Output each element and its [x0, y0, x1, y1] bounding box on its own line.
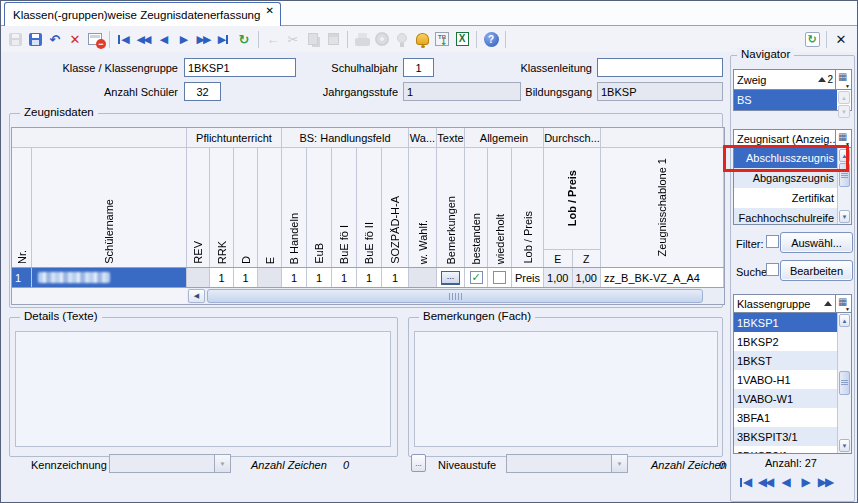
column-header-lob-preis[interactable]: Lob / Preis: [512, 148, 544, 267]
last-record-icon[interactable]: ▶: [214, 29, 234, 49]
klasse-klassengruppe-input[interactable]: [184, 58, 296, 77]
row1-cell-sozpaed-h-a[interactable]: 1: [382, 268, 409, 287]
row1-cell-bue-foe-i[interactable]: 1: [332, 268, 357, 287]
column-header-b-handeln[interactable]: B Handeln: [282, 148, 307, 267]
bestanden-checkbox[interactable]: ✓: [470, 271, 483, 284]
row1-cell-zeugnisschablone-1[interactable]: zz_B_BK-VZ_A_A4: [601, 268, 724, 287]
column-header-d[interactable]: D: [234, 148, 258, 267]
column-header-bestanden[interactable]: bestanden: [465, 148, 488, 267]
save-icon[interactable]: [25, 29, 45, 49]
klassengruppe-list-header[interactable]: Klassengruppe: [734, 295, 851, 313]
zeugnisart-item-zertifikat[interactable]: Zertifikat: [734, 188, 837, 208]
reload-form-icon[interactable]: ↻: [802, 29, 822, 49]
column-header-sozpaed-h-a[interactable]: SOZPÄD-H-A: [382, 148, 409, 267]
vertical-scrollbar-thumb[interactable]: [839, 371, 850, 395]
tab-close-icon[interactable]: [265, 5, 273, 16]
row1-cell-nr[interactable]: 1: [12, 268, 32, 287]
schulhalbjahr-input[interactable]: [403, 58, 434, 77]
bemerkungen-ellipsis-button[interactable]: ...: [441, 271, 460, 285]
column-header-nr[interactable]: Nr.: [12, 148, 32, 267]
help-icon[interactable]: ?: [481, 29, 501, 49]
wiederholt-checkbox[interactable]: [493, 271, 506, 284]
row1-cell-schuelername[interactable]: [32, 268, 187, 287]
tb-export-icon[interactable]: [432, 29, 452, 49]
column-header-eub[interactable]: EuB: [307, 148, 332, 267]
column-header-rev[interactable]: REV: [187, 148, 210, 267]
row1-cell-eub[interactable]: 1: [307, 268, 332, 287]
zweig-list-header[interactable]: Zweig 2: [734, 70, 851, 90]
bemerkungen-fach-textarea[interactable]: [414, 331, 718, 447]
form-remove-icon[interactable]: [85, 29, 105, 49]
row1-cell-rrk[interactable]: 1: [210, 268, 234, 287]
row1-cell-durchschnitt-lob-preis[interactable]: 1,001,00: [544, 268, 601, 287]
klassengruppe-item-1vabo-w1[interactable]: 1VABO-W1: [734, 389, 837, 408]
next-page-icon[interactable]: ▶: [796, 472, 816, 492]
details-textarea[interactable]: [15, 331, 391, 447]
column-header-w-wahlf[interactable]: w. Wahlf.: [409, 148, 437, 267]
previous-record-icon[interactable]: ◀: [154, 29, 174, 49]
column-header-e[interactable]: E: [258, 148, 282, 267]
klassengruppe-item-3bfa1[interactable]: 3BFA1: [734, 408, 837, 427]
undo-icon[interactable]: ↶: [45, 29, 65, 49]
scroll-down-icon[interactable]: [839, 210, 850, 223]
fast-previous-icon[interactable]: ◀◀: [134, 29, 154, 49]
row1-cell-d[interactable]: 1: [234, 268, 258, 287]
klassengruppe-item-1bksp1[interactable]: 1BKSP1: [734, 313, 837, 332]
anzahl-schueler-input[interactable]: [184, 82, 221, 101]
row1-cell-b-handeln[interactable]: 1: [282, 268, 307, 287]
excel-export-icon[interactable]: X: [452, 29, 472, 49]
table-horizontal-scrollbar[interactable]: [187, 288, 724, 304]
delete-icon[interactable]: ✕: [65, 29, 85, 49]
scroll-down-icon[interactable]: [839, 439, 850, 452]
row1-cell-wiederholt[interactable]: [488, 268, 512, 287]
first-page-icon[interactable]: ◀: [736, 472, 756, 492]
row1-cell-bemerkungen[interactable]: ...: [437, 268, 465, 287]
refresh-icon[interactable]: ↻: [234, 29, 254, 49]
auswaehlen-button[interactable]: Auswähl...: [780, 232, 853, 253]
row1-cell-bue-foe-ii[interactable]: 1: [357, 268, 382, 287]
column-header-bue-foe-ii[interactable]: BuE fö II: [357, 148, 382, 267]
horizontal-scrollbar-thumb[interactable]: [207, 289, 703, 303]
row1-cell-lob-preis[interactable]: Preis: [512, 268, 544, 287]
field-chooser-icon[interactable]: [835, 295, 851, 312]
niveaustufe-combo[interactable]: [506, 454, 628, 473]
close-form-icon[interactable]: ✕: [831, 29, 851, 49]
klassenleitung-input[interactable]: [597, 58, 723, 77]
fast-next-page-icon[interactable]: ▶▶: [816, 472, 836, 492]
klassengruppe-scrollbar[interactable]: [837, 313, 851, 453]
fast-previous-page-icon[interactable]: ◀◀: [756, 472, 776, 492]
column-header-bue-foe-i[interactable]: BuE fö I: [332, 148, 357, 267]
scroll-left-icon[interactable]: [188, 289, 205, 303]
tab-zeugnisdatenerfassung[interactable]: Klassen(-gruppen)weise Zeugnisdatenerfas…: [4, 2, 281, 26]
fast-next-icon[interactable]: ▶▶: [194, 29, 214, 49]
column-group-allgemein: Allgemein: [465, 128, 544, 147]
column-header-wiederholt[interactable]: wiederholt: [488, 148, 512, 267]
row1-cell-bestanden[interactable]: ✓: [465, 268, 488, 287]
column-header-bemerkungen[interactable]: Bemerkungen: [437, 148, 465, 267]
scroll-up-icon[interactable]: [839, 314, 850, 327]
scroll-up-icon: [838, 91, 850, 104]
column-group-wa: Wa...: [409, 128, 437, 147]
previous-page-icon[interactable]: ◀: [776, 472, 796, 492]
zweig-item-bs[interactable]: BS: [734, 90, 837, 110]
more-options-button[interactable]: ...: [411, 454, 426, 472]
klassengruppe-item-2bksp2-1[interactable]: 2BKSP2/1: [734, 446, 837, 453]
zeugnisart-item-fachhochschulreife[interactable]: Fachhochschulreife: [734, 208, 837, 224]
filter-checkbox[interactable]: [766, 235, 779, 248]
klassengruppe-item-3bkspit3-1[interactable]: 3BKSPIT3/1: [734, 427, 837, 446]
first-record-icon[interactable]: ◀: [114, 29, 134, 49]
column-header-zeugnisschablone-1[interactable]: Zeugnisschablone 1: [601, 148, 724, 267]
suche-checkbox[interactable]: [766, 263, 779, 276]
klassengruppe-item-1bkst[interactable]: 1BKST: [734, 351, 837, 370]
column-header-rrk[interactable]: RRK: [210, 148, 234, 267]
column-header-schuelername[interactable]: Schülername: [32, 148, 187, 267]
klassengruppe-item-1bksp2[interactable]: 1BKSP2: [734, 332, 837, 351]
notification-bell-icon[interactable]: [412, 29, 432, 49]
klassengruppe-item-1vabo-h1[interactable]: 1VABO-H1: [734, 370, 837, 389]
bearbeiten-button[interactable]: Bearbeiten: [780, 260, 853, 281]
anzahl-zeichen-label-1: Anzahl Zeichen: [251, 459, 327, 471]
kennzeichnung-combo[interactable]: [109, 454, 231, 473]
field-chooser-icon[interactable]: [835, 70, 851, 89]
column-header-durchschnitt-lob-preis[interactable]: Lob / PreisEZ: [544, 148, 601, 267]
next-record-icon[interactable]: ▶: [174, 29, 194, 49]
